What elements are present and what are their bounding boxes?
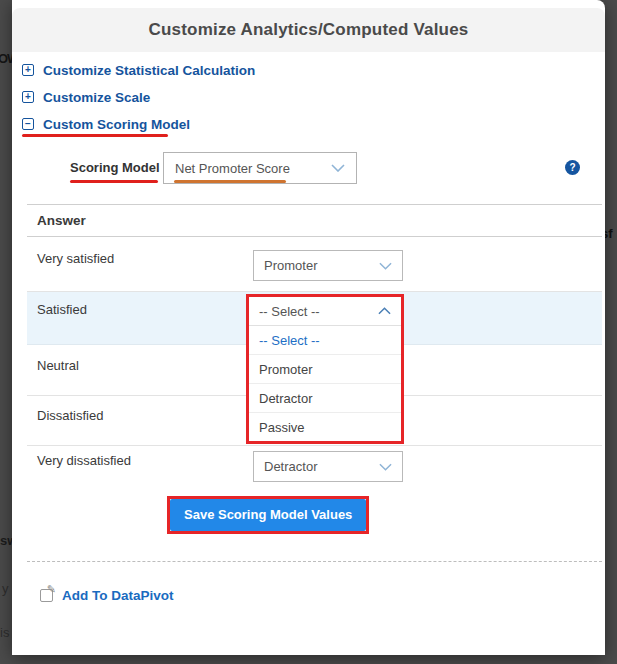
score-select-very-satisfied[interactable]: Promoter [253, 250, 403, 281]
chevron-down-icon [379, 463, 392, 471]
select-value: Detractor [264, 459, 317, 474]
save-scoring-model-values-button[interactable]: Save Scoring Model Values [170, 499, 366, 531]
section-label: Custom Scoring Model [43, 117, 190, 132]
modal-header: Customize Analytics/Computed Values [12, 8, 605, 52]
screen: OW sw y is sf Customize Analytics/Comput… [0, 0, 617, 664]
modal-title: Customize Analytics/Computed Values [149, 20, 469, 40]
plus-square-icon[interactable]: + [22, 64, 34, 76]
dropdown-option-detractor[interactable]: Detractor [249, 384, 401, 413]
chevron-down-icon [379, 262, 392, 270]
table-row: Very satisfied Promoter [27, 237, 602, 292]
chevron-down-icon [331, 164, 345, 172]
dropdown-option-select[interactable]: -- Select -- [249, 326, 401, 355]
plus-square-icon[interactable]: + [22, 91, 34, 103]
edit-icon: ✎ [40, 589, 53, 602]
score-select-satisfied-open[interactable]: -- Select -- [249, 297, 401, 326]
scoring-model-label: Scoring Model [70, 160, 160, 175]
red-annotation-underline [22, 134, 168, 137]
section-customize-statistical-calculation[interactable]: + Customize Statistical Calculation [22, 62, 255, 78]
minus-square-icon[interactable]: − [22, 118, 34, 130]
answers-column-header: Answer [27, 205, 602, 237]
add-to-datapivot-label: Add To DataPivot [62, 588, 174, 603]
select-value: -- Select -- [259, 304, 320, 319]
select-value: Promoter [264, 258, 317, 273]
table-row: Very dissatisfied Detractor [27, 446, 602, 495]
red-annotation-underline [70, 180, 158, 183]
answer-label: Dissatisfied [37, 408, 103, 423]
background-text-fragment: y [2, 581, 9, 596]
dropdown-option-promoter[interactable]: Promoter [249, 355, 401, 384]
section-custom-scoring-model[interactable]: − Custom Scoring Model [22, 116, 255, 132]
chevron-up-icon [378, 307, 391, 315]
open-dropdown-annotation-box: -- Select -- -- Select -- Promoter Detra… [246, 294, 404, 444]
background-text-fragment: is [0, 625, 9, 640]
answer-label: Satisfied [37, 302, 87, 317]
scoring-model-value: Net Promoter Score [175, 161, 290, 176]
add-to-datapivot-link[interactable]: ✎ Add To DataPivot [40, 588, 174, 603]
section-customize-scale[interactable]: + Customize Scale [22, 89, 255, 105]
dropdown-option-passive[interactable]: Passive [249, 413, 401, 441]
help-icon[interactable]: ? [565, 160, 580, 175]
section-label: Customize Scale [43, 90, 150, 105]
answer-label: Very dissatisfied [37, 453, 131, 468]
save-button-annotation-box: Save Scoring Model Values [167, 496, 369, 534]
section-label: Customize Statistical Calculation [43, 63, 255, 78]
answer-label: Neutral [37, 358, 79, 373]
score-select-very-dissatisfied[interactable]: Detractor [253, 451, 403, 482]
dropdown-options-list: -- Select -- Promoter Detractor Passive [249, 326, 401, 441]
answer-label: Very satisfied [37, 251, 114, 266]
dashed-divider [27, 561, 602, 562]
orange-annotation-underline [174, 180, 286, 183]
customize-analytics-modal: Customize Analytics/Computed Values + Cu… [12, 0, 605, 655]
accordion-sections: + Customize Statistical Calculation + Cu… [22, 62, 255, 143]
